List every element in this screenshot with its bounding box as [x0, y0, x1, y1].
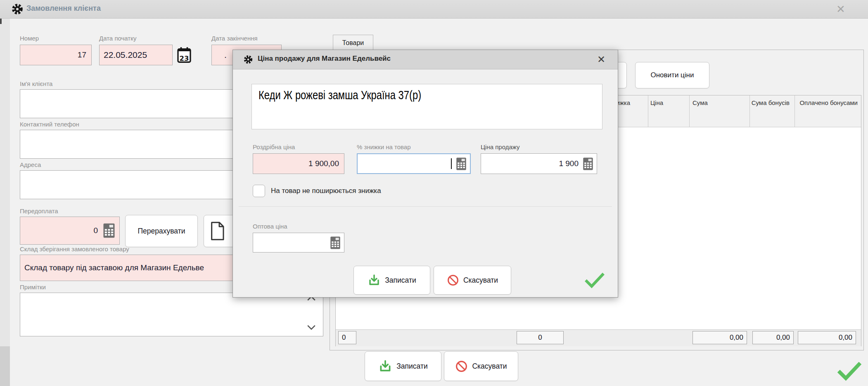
- tab-products[interactable]: Товари: [333, 35, 373, 51]
- address-label: Адреса: [20, 161, 41, 168]
- col-header-bonus-sum: Сума бонусів: [751, 95, 793, 107]
- calculator-icon[interactable]: [583, 157, 593, 171]
- notes-textarea[interactable]: [20, 293, 323, 336]
- save-icon: [368, 274, 381, 287]
- total-value: 0,00: [776, 334, 790, 342]
- close-icon[interactable]: ✕: [832, 2, 849, 16]
- calendar-icon[interactable]: 23: [177, 46, 192, 64]
- column-separator: [749, 95, 750, 127]
- total-qty1: 0: [338, 331, 356, 344]
- new-document-icon: [209, 221, 225, 241]
- dialog-save-button[interactable]: Записати: [353, 266, 430, 295]
- save-button[interactable]: Записати: [365, 351, 441, 381]
- cancel-icon: [455, 360, 468, 373]
- update-prices-label: Оновити ціни: [651, 71, 694, 79]
- notes-label: Примітки: [20, 284, 46, 291]
- checkmark-icon: [585, 272, 605, 289]
- wholesale-label: Оптова ціна: [253, 223, 287, 230]
- number-label: Номер: [20, 35, 39, 42]
- cancel-label: Скасувати: [472, 362, 507, 371]
- total-value: 0,00: [730, 334, 743, 342]
- checkmark-icon: [837, 362, 861, 381]
- product-name-box[interactable]: Кеди Ж рожеві замша Україна 37(р): [251, 84, 602, 129]
- prepayment-value: 0: [93, 226, 98, 235]
- retail-price-label: Роздрібна ціна: [253, 143, 295, 150]
- dialog-titlebar: Ціна продажу для Магазин Едельвейс ✕: [233, 50, 618, 69]
- col-header-sum: Сума: [693, 95, 749, 107]
- tab-products-label: Товари: [342, 39, 364, 47]
- cancel-button[interactable]: Скасувати: [444, 351, 518, 381]
- date-end-label: Дата закінчення: [211, 35, 258, 42]
- date-end-value: .: [224, 50, 227, 60]
- date-start-value: 22.05.2025: [104, 50, 147, 60]
- sale-price-input[interactable]: 1 900: [481, 153, 597, 174]
- number-input[interactable]: 17: [20, 45, 92, 65]
- sale-price-value: 1 900: [559, 159, 579, 168]
- sale-price-label: Ціна продажу: [481, 143, 520, 150]
- total-sum: 0,00: [693, 331, 747, 344]
- total-paid-bonuses: 0,00: [798, 331, 856, 344]
- recalculate-button[interactable]: Перерахувати: [125, 215, 198, 247]
- number-value: 17: [78, 50, 86, 60]
- col-header-paid-bonuses: Оплачено бонусами: [796, 95, 860, 107]
- phone-label: Контактний телефон: [20, 121, 79, 128]
- no-discount-checkbox[interactable]: [253, 185, 265, 197]
- total-value: 0: [342, 334, 346, 342]
- gear-icon: [244, 55, 253, 64]
- save-icon: [378, 359, 392, 373]
- calculator-icon[interactable]: [330, 236, 341, 250]
- total-value: 0: [538, 334, 542, 342]
- prepayment-label: Передоплата: [20, 207, 58, 214]
- svg-text:23: 23: [180, 55, 189, 62]
- left-gutter: [0, 18, 10, 386]
- total-qty2: 0: [517, 331, 564, 344]
- column-separator: [648, 95, 648, 127]
- dialog-save-label: Записати: [385, 276, 416, 285]
- chevron-down-icon[interactable]: [307, 325, 315, 330]
- date-start-input[interactable]: 22.05.2025: [99, 45, 173, 65]
- sale-price-dialog: Ціна продажу для Магазин Едельвейс ✕ Кед…: [232, 50, 618, 298]
- column-separator: [794, 95, 795, 127]
- total-bonus-sum: 0,00: [752, 331, 794, 344]
- gear-icon: [12, 3, 23, 15]
- save-label: Записати: [396, 362, 427, 371]
- col-header-price: Ціна: [650, 95, 688, 107]
- client-name-label: Ім'я клієнта: [20, 80, 52, 87]
- calculator-icon[interactable]: [103, 223, 115, 238]
- divider: [239, 206, 612, 207]
- total-value: 0,00: [839, 334, 852, 342]
- no-discount-checkbox-label: На товар не поширюється знижка: [271, 187, 381, 195]
- column-separator: [689, 95, 690, 127]
- date-start-label: Дата початку: [99, 35, 136, 42]
- discount-input[interactable]: [357, 153, 471, 174]
- retail-price-value: 1 900,00: [308, 159, 339, 168]
- retail-price-input[interactable]: 1 900,00: [253, 153, 344, 174]
- warehouse-value: Склад товару під заставою для Магазин Ед…: [24, 263, 204, 272]
- update-prices-button[interactable]: Оновити ціни: [635, 62, 709, 88]
- product-name: Кеди Ж рожеві замша Україна 37(р): [259, 88, 540, 102]
- text-cursor: [451, 158, 452, 169]
- warehouse-label: Склад зберігання замовленого товару: [20, 245, 129, 253]
- close-icon[interactable]: ✕: [597, 54, 605, 65]
- window-titlebar: Замовлення клієнта ✕: [0, 0, 868, 19]
- dialog-title: Ціна продажу для Магазин Едельвейс: [258, 55, 391, 63]
- window-title: Замовлення клієнта: [26, 4, 101, 13]
- recalculate-label: Перерахувати: [138, 227, 185, 236]
- order-window: Замовлення клієнта ✕ Номер 17 Дата почат…: [0, 0, 868, 386]
- dialog-cancel-label: Скасувати: [463, 276, 498, 285]
- calculator-icon[interactable]: [456, 157, 467, 171]
- discount-label: % знижки на товар: [357, 143, 411, 150]
- wholesale-input[interactable]: [253, 233, 344, 253]
- cancel-icon: [447, 274, 459, 286]
- left-bottom-block: [0, 346, 10, 386]
- dialog-cancel-button[interactable]: Скасувати: [434, 266, 511, 295]
- prepayment-input[interactable]: 0: [20, 217, 120, 245]
